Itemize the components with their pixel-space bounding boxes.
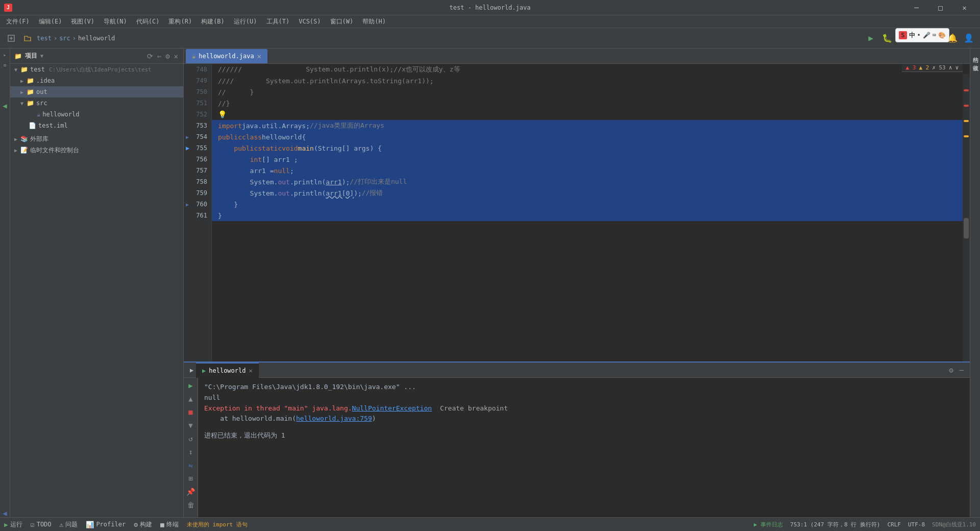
- console-run-btn[interactable]: ▶: [185, 380, 197, 391]
- menu-navigate[interactable]: 导航(N): [100, 16, 131, 27]
- ime-skin[interactable]: 🎨: [938, 32, 946, 39]
- encoding[interactable]: UTF-8: [908, 521, 925, 528]
- console-stop-btn[interactable]: ■: [185, 406, 197, 418]
- run-button[interactable]: ▶: [864, 31, 878, 45]
- project-gear-btn[interactable]: ⚙: [164, 51, 170, 61]
- expand-btn[interactable]: ∧: [949, 64, 952, 71]
- collapse-btn[interactable]: ∨: [955, 64, 959, 71]
- ime-toolbar: S 中 • 🎤 ⌨ 🎨: [895, 28, 949, 42]
- menu-build[interactable]: 构建(B): [197, 16, 229, 27]
- tree-item-scratch[interactable]: ▶ 📝 临时文件和控制台: [10, 144, 183, 156]
- breadcrumb-helloworld[interactable]: helloworld: [78, 35, 115, 42]
- toolbar-build-item[interactable]: ⚙ 构建: [134, 520, 152, 529]
- menu-run[interactable]: 运行(U): [230, 16, 261, 27]
- menu-view[interactable]: 视图(V): [67, 16, 99, 27]
- console-wrap-btn[interactable]: ⇋: [185, 460, 197, 471]
- ime-mode[interactable]: 中: [909, 31, 915, 40]
- menu-edit[interactable]: 编辑(E): [35, 16, 66, 27]
- console-pin-btn[interactable]: 📌: [185, 486, 197, 497]
- bottom-minimize-btn[interactable]: ─: [958, 365, 966, 375]
- toolbar-terminal-item[interactable]: ■ 终端: [160, 520, 179, 529]
- console-rerun-btn[interactable]: ↺: [185, 433, 197, 444]
- right-icon-1[interactable]: 结构: [971, 51, 979, 55]
- tree-item-test[interactable]: ▼ 📁 test C:\Users\白线\IdeaProjects\test: [10, 64, 183, 75]
- minimize-button[interactable]: ─: [905, 0, 928, 15]
- breadcrumb-src[interactable]: src: [59, 35, 70, 42]
- account-button[interactable]: 👤: [962, 31, 976, 45]
- project-sync-btn[interactable]: ⟳: [146, 51, 154, 61]
- build-label: 构建: [140, 520, 152, 529]
- nullpointer-link[interactable]: NullPointerException: [352, 404, 432, 412]
- event-log[interactable]: ▶ 事件日志: [754, 521, 783, 528]
- console-filter-btn[interactable]: ⊞: [185, 473, 197, 484]
- scroll-thumb[interactable]: [964, 218, 969, 238]
- left-icon-2[interactable]: ≡: [1, 61, 9, 69]
- run-icon-755[interactable]: ▶: [186, 144, 189, 152]
- cursor-position[interactable]: 753:1 (247 字符，8 行 换行符): [790, 521, 880, 528]
- exit-text: 进程已结束，退出代码为 1: [204, 431, 285, 439]
- menu-help[interactable]: 帮助(H): [358, 16, 390, 27]
- editor-container: ▲ 3 ▲ 2 ✗ 53 ∧ ∨ 748 749 750 751 752 753…: [184, 64, 970, 361]
- console-up-btn[interactable]: ▲: [185, 393, 197, 404]
- tree-item-helloworld[interactable]: ☕ helloworld: [10, 109, 183, 120]
- run-icon: ▶: [4, 521, 8, 528]
- create-breakpoint[interactable]: Create breakpoint: [440, 404, 508, 412]
- project-dropdown-icon[interactable]: ▼: [40, 53, 43, 59]
- menu-tools[interactable]: 工具(T): [262, 16, 294, 27]
- ime-kbd[interactable]: ⌨: [933, 32, 936, 39]
- right-icon-2[interactable]: 收藏: [971, 59, 979, 63]
- toolbar-new-btn[interactable]: [4, 31, 18, 45]
- menu-vcs[interactable]: VCS(S): [295, 17, 325, 26]
- tree-item-out[interactable]: ▶ 📁 out: [10, 86, 183, 98]
- console-area: ▶ ▲ ■ ▼ ↺ ↕ ⇋ ⊞ 📌 🗑 "C:\Program Files\Ja…: [184, 378, 970, 517]
- project-collapse-btn[interactable]: ⇐: [156, 51, 162, 61]
- toolbar-profiler-item[interactable]: 📊 Profiler: [86, 521, 126, 528]
- code-area[interactable]: ////// System.out.println(x);//x也可以改成y、z…: [212, 64, 970, 361]
- menu-window[interactable]: 窗口(W): [326, 16, 358, 27]
- bottom-settings-btn[interactable]: ⚙: [947, 365, 955, 375]
- bottom-tab-helloworld[interactable]: ▶ helloworld ✕: [196, 363, 259, 378]
- toolbar-run-item[interactable]: ▶ 运行: [4, 520, 22, 529]
- bottom-tab-close[interactable]: ✕: [249, 367, 252, 374]
- menu-file[interactable]: 文件(F): [2, 16, 34, 27]
- toolbar-problems-item[interactable]: ⚠ 问题: [60, 520, 78, 529]
- line-num-759: 759: [184, 187, 211, 199]
- tree-item-test-iml[interactable]: 📄 test.iml: [10, 120, 183, 131]
- close-button[interactable]: ✕: [953, 0, 976, 15]
- left-icon-4[interactable]: ◀: [1, 509, 9, 517]
- line-num-751: 751: [184, 98, 211, 109]
- editor-tab-helloworld[interactable]: ☕ helloworld.java ✕: [186, 49, 267, 63]
- code-line-empty: [212, 221, 970, 313]
- ime-mic[interactable]: 🎤: [923, 32, 930, 39]
- console-scroll-btn[interactable]: ↕: [185, 446, 197, 457]
- tree-label-out: out: [36, 88, 47, 95]
- menu-refactor[interactable]: 重构(R): [164, 16, 196, 27]
- console-at-line: at helloworld.main(helloworld.java:759): [204, 414, 964, 424]
- bulb-icon[interactable]: 💡: [218, 110, 227, 118]
- stack-trace-link[interactable]: helloworld.java:759: [296, 415, 372, 422]
- console-down-btn[interactable]: ▼: [185, 420, 197, 431]
- scratch-icon: 📝: [20, 147, 28, 154]
- problems-icon: ⚠: [60, 521, 64, 528]
- tree-item-src[interactable]: ▼ 📁 src: [10, 98, 183, 109]
- line-num-756: 756: [184, 154, 211, 165]
- left-icon-3[interactable]: ◀: [1, 102, 9, 110]
- debug-button[interactable]: 🐛: [880, 31, 894, 45]
- title-bar-left: J: [4, 4, 12, 12]
- menu-code[interactable]: 代码(C): [132, 16, 164, 27]
- tree-item-idea[interactable]: ▶ 📁 .idea: [10, 75, 183, 86]
- left-icon-1[interactable]: ▸: [1, 51, 9, 59]
- project-close-btn[interactable]: ✕: [173, 51, 179, 61]
- line-ending[interactable]: CRLF: [887, 521, 901, 528]
- code-line-749: //// System.out.println(Arrays.toString(…: [212, 75, 970, 86]
- tree-item-external-libs[interactable]: ▶ 📚 外部库: [10, 133, 183, 144]
- toolbar: test › src › helloworld S 中 • 🎤 ⌨ 🎨 ▶ 🐛 …: [0, 28, 980, 49]
- toolbar-open-btn[interactable]: [20, 31, 35, 45]
- toolbar-todo-item[interactable]: ☑ TODO: [31, 521, 52, 528]
- maximize-button[interactable]: □: [929, 0, 952, 15]
- tab-close-icon[interactable]: ✕: [257, 52, 261, 60]
- fold-icon-760[interactable]: ▶: [186, 202, 189, 207]
- fold-icon-754[interactable]: ▶: [186, 134, 189, 140]
- console-trash-btn[interactable]: 🗑: [185, 499, 197, 511]
- breadcrumb-test[interactable]: test: [37, 35, 52, 42]
